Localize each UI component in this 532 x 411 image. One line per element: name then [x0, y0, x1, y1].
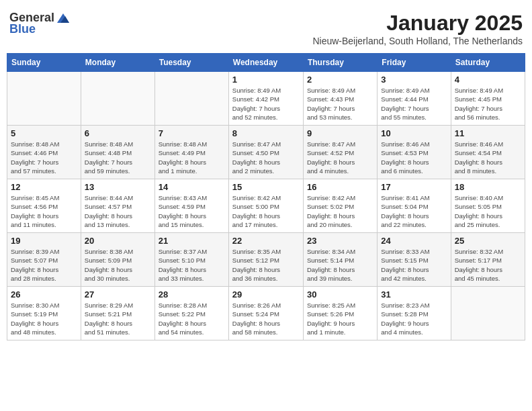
calendar-cell: 5Sunrise: 8:48 AM Sunset: 4:46 PM Daylig… — [7, 126, 81, 179]
day-info: Sunrise: 8:39 AM Sunset: 5:07 PM Dayligh… — [11, 247, 77, 283]
calendar-cell — [451, 287, 525, 340]
location-text: Nieuw-Beijerland, South Holland, The Net… — [312, 36, 523, 46]
day-number: 9 — [307, 128, 373, 138]
day-number: 1 — [232, 75, 300, 85]
calendar-cell: 30Sunrise: 8:25 AM Sunset: 5:26 PM Dayli… — [303, 287, 377, 340]
day-number: 21 — [159, 236, 225, 246]
day-number: 13 — [85, 182, 151, 192]
day-info: Sunrise: 8:40 AM Sunset: 5:05 PM Dayligh… — [455, 193, 521, 229]
day-number: 23 — [307, 236, 373, 246]
day-info: Sunrise: 8:49 AM Sunset: 4:42 PM Dayligh… — [232, 86, 300, 122]
day-number: 22 — [232, 236, 300, 246]
calendar-cell: 11Sunrise: 8:46 AM Sunset: 4:54 PM Dayli… — [451, 126, 525, 179]
day-header-wednesday: Wednesday — [228, 54, 303, 72]
calendar-cell: 13Sunrise: 8:44 AM Sunset: 4:57 PM Dayli… — [81, 179, 154, 233]
calendar-week-row: 1Sunrise: 8:49 AM Sunset: 4:42 PM Daylig… — [7, 72, 525, 126]
day-header-friday: Friday — [378, 54, 451, 72]
title-section: January 2025 Nieuw-Beijerland, South Hol… — [312, 11, 523, 46]
calendar-cell: 15Sunrise: 8:42 AM Sunset: 5:00 PM Dayli… — [228, 179, 303, 233]
calendar-cell: 24Sunrise: 8:33 AM Sunset: 5:15 PM Dayli… — [378, 233, 451, 287]
day-number: 24 — [381, 236, 447, 246]
calendar-cell: 22Sunrise: 8:35 AM Sunset: 5:12 PM Dayli… — [228, 233, 303, 287]
day-info: Sunrise: 8:48 AM Sunset: 4:48 PM Dayligh… — [85, 140, 151, 175]
calendar-cell: 2Sunrise: 8:49 AM Sunset: 4:43 PM Daylig… — [303, 72, 377, 126]
day-number: 11 — [455, 128, 521, 138]
day-number: 12 — [11, 182, 77, 192]
day-number: 10 — [381, 128, 447, 138]
day-number: 5 — [11, 128, 77, 138]
day-info: Sunrise: 8:46 AM Sunset: 4:53 PM Dayligh… — [381, 140, 447, 175]
calendar-cell: 18Sunrise: 8:40 AM Sunset: 5:05 PM Dayli… — [451, 179, 525, 233]
day-number: 6 — [85, 128, 151, 138]
day-info: Sunrise: 8:42 AM Sunset: 5:00 PM Dayligh… — [232, 193, 300, 229]
calendar-cell: 4Sunrise: 8:49 AM Sunset: 4:45 PM Daylig… — [451, 72, 525, 126]
calendar-cell: 25Sunrise: 8:32 AM Sunset: 5:17 PM Dayli… — [451, 233, 525, 287]
day-info: Sunrise: 8:26 AM Sunset: 5:24 PM Dayligh… — [232, 301, 300, 336]
calendar-cell: 14Sunrise: 8:43 AM Sunset: 4:59 PM Dayli… — [154, 179, 228, 233]
calendar-week-row: 12Sunrise: 8:45 AM Sunset: 4:56 PM Dayli… — [7, 179, 525, 233]
calendar-cell: 26Sunrise: 8:30 AM Sunset: 5:19 PM Dayli… — [7, 287, 81, 340]
day-info: Sunrise: 8:44 AM Sunset: 4:57 PM Dayligh… — [85, 193, 151, 229]
calendar-week-row: 5Sunrise: 8:48 AM Sunset: 4:46 PM Daylig… — [7, 126, 525, 179]
calendar-week-row: 19Sunrise: 8:39 AM Sunset: 5:07 PM Dayli… — [7, 233, 525, 287]
calendar-cell: 27Sunrise: 8:29 AM Sunset: 5:21 PM Dayli… — [81, 287, 154, 340]
calendar-cell: 3Sunrise: 8:49 AM Sunset: 4:44 PM Daylig… — [378, 72, 451, 126]
day-number: 25 — [455, 236, 521, 246]
day-info: Sunrise: 8:41 AM Sunset: 5:04 PM Dayligh… — [381, 193, 447, 229]
calendar-cell: 9Sunrise: 8:47 AM Sunset: 4:52 PM Daylig… — [303, 126, 377, 179]
calendar-cell: 17Sunrise: 8:41 AM Sunset: 5:04 PM Dayli… — [378, 179, 451, 233]
day-info: Sunrise: 8:37 AM Sunset: 5:10 PM Dayligh… — [159, 247, 225, 283]
calendar-table: SundayMondayTuesdayWednesdayThursdayFrid… — [7, 53, 525, 340]
day-number: 20 — [85, 236, 151, 246]
day-info: Sunrise: 8:48 AM Sunset: 4:49 PM Dayligh… — [159, 140, 225, 175]
calendar-cell: 23Sunrise: 8:34 AM Sunset: 5:14 PM Dayli… — [303, 233, 377, 287]
day-number: 14 — [159, 182, 225, 192]
day-info: Sunrise: 8:49 AM Sunset: 4:43 PM Dayligh… — [307, 86, 373, 122]
day-header-thursday: Thursday — [303, 54, 377, 72]
calendar-cell: 10Sunrise: 8:46 AM Sunset: 4:53 PM Dayli… — [378, 126, 451, 179]
day-header-saturday: Saturday — [451, 54, 525, 72]
logo-icon — [56, 12, 71, 24]
day-number: 4 — [455, 75, 521, 85]
day-info: Sunrise: 8:43 AM Sunset: 4:59 PM Dayligh… — [159, 193, 225, 229]
calendar-cell: 21Sunrise: 8:37 AM Sunset: 5:10 PM Dayli… — [154, 233, 228, 287]
calendar-cell: 6Sunrise: 8:48 AM Sunset: 4:48 PM Daylig… — [81, 126, 154, 179]
day-info: Sunrise: 8:25 AM Sunset: 5:26 PM Dayligh… — [307, 301, 373, 336]
month-year-title: January 2025 — [312, 11, 523, 36]
day-number: 2 — [307, 75, 373, 85]
day-header-tuesday: Tuesday — [154, 54, 228, 72]
day-info: Sunrise: 8:48 AM Sunset: 4:46 PM Dayligh… — [11, 140, 77, 175]
page-header: General Blue January 2025 Nieuw-Beijerla… — [7, 7, 525, 50]
day-info: Sunrise: 8:46 AM Sunset: 4:54 PM Dayligh… — [455, 140, 521, 175]
day-number: 8 — [232, 128, 300, 138]
day-number: 26 — [11, 289, 77, 300]
calendar-cell: 16Sunrise: 8:42 AM Sunset: 5:02 PM Dayli… — [303, 179, 377, 233]
day-number: 19 — [11, 236, 77, 246]
day-number: 30 — [307, 289, 373, 300]
day-header-monday: Monday — [81, 54, 154, 72]
day-info: Sunrise: 8:29 AM Sunset: 5:21 PM Dayligh… — [85, 301, 151, 336]
calendar-week-row: 26Sunrise: 8:30 AM Sunset: 5:19 PM Dayli… — [7, 287, 525, 340]
calendar-cell: 8Sunrise: 8:47 AM Sunset: 4:50 PM Daylig… — [228, 126, 303, 179]
calendar-cell — [154, 72, 228, 126]
day-info: Sunrise: 8:49 AM Sunset: 4:45 PM Dayligh… — [455, 86, 521, 122]
day-info: Sunrise: 8:35 AM Sunset: 5:12 PM Dayligh… — [232, 247, 300, 283]
calendar-cell: 29Sunrise: 8:26 AM Sunset: 5:24 PM Dayli… — [228, 287, 303, 340]
day-number: 16 — [307, 182, 373, 192]
calendar-cell — [7, 72, 81, 126]
day-info: Sunrise: 8:45 AM Sunset: 4:56 PM Dayligh… — [11, 193, 77, 229]
day-number: 17 — [381, 182, 447, 192]
calendar-cell: 28Sunrise: 8:28 AM Sunset: 5:22 PM Dayli… — [154, 287, 228, 340]
calendar-cell: 19Sunrise: 8:39 AM Sunset: 5:07 PM Dayli… — [7, 233, 81, 287]
day-number: 27 — [85, 289, 151, 300]
day-info: Sunrise: 8:49 AM Sunset: 4:44 PM Dayligh… — [381, 86, 447, 122]
calendar-cell — [81, 72, 154, 126]
logo-blue: Blue — [9, 22, 36, 36]
day-info: Sunrise: 8:34 AM Sunset: 5:14 PM Dayligh… — [307, 247, 373, 283]
day-info: Sunrise: 8:38 AM Sunset: 5:09 PM Dayligh… — [85, 247, 151, 283]
calendar-cell: 31Sunrise: 8:23 AM Sunset: 5:28 PM Dayli… — [378, 287, 451, 340]
calendar-header-row: SundayMondayTuesdayWednesdayThursdayFrid… — [7, 54, 525, 72]
day-info: Sunrise: 8:30 AM Sunset: 5:19 PM Dayligh… — [11, 301, 77, 336]
day-info: Sunrise: 8:23 AM Sunset: 5:28 PM Dayligh… — [381, 301, 447, 336]
day-info: Sunrise: 8:28 AM Sunset: 5:22 PM Dayligh… — [159, 301, 225, 336]
